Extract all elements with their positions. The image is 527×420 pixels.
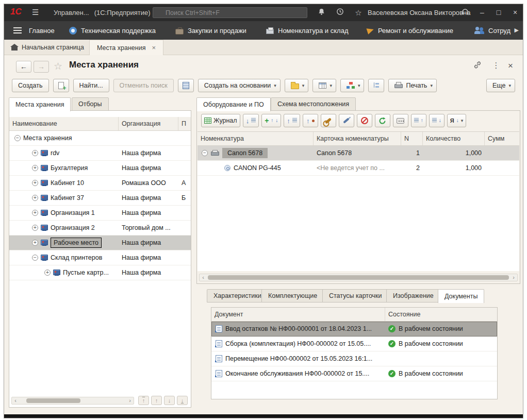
more-menu-dots-icon[interactable]: ⋮ — [491, 61, 501, 70]
column-header-extra[interactable]: П — [178, 117, 191, 130]
current-user[interactable]: Васелевская Оксана Викторовна — [368, 9, 470, 16]
tree-row[interactable]: −Места хранения — [9, 131, 191, 146]
column-header-name[interactable]: Наименование — [9, 117, 119, 130]
equipment-horizontal-scrollbar[interactable]: ‹ › — [199, 274, 518, 281]
expander-icon[interactable]: − — [32, 255, 38, 261]
create-based-on-button[interactable]: Создать на основании▾ — [198, 79, 281, 92]
tree-row[interactable]: +Бухгалтерия Наша фирма — [9, 161, 191, 176]
transfer-return-button[interactable]: ↑ — [303, 114, 318, 127]
expander-icon[interactable]: + — [32, 195, 38, 201]
equipment-row-selected[interactable]: −Canon 5678 Canon 5678 1 1,000 — [197, 146, 519, 161]
menu-item-nomenclature[interactable]: Номенклатура и склад — [266, 21, 348, 40]
column-header-org[interactable]: Организация — [119, 117, 178, 130]
tab-storage-list[interactable]: Места хранения — [9, 97, 71, 111]
scrollbar-thumb[interactable] — [208, 275, 509, 280]
tab-documents[interactable]: Документы — [438, 289, 484, 303]
menu-overflow-arrow[interactable]: ▶ — [515, 27, 519, 33]
tab-card-statuses[interactable]: Статусы карточки — [322, 289, 389, 303]
close-tab-icon[interactable]: × — [152, 44, 156, 52]
support-headset-icon[interactable] — [460, 8, 470, 18]
tree-row-selected[interactable]: +Рабочее место Наша фирма — [9, 236, 191, 250]
card-info-button[interactable] — [393, 114, 408, 127]
column-header-nomenclature[interactable]: Номенклатура — [197, 132, 314, 145]
favorites-star-icon[interactable]: ☆ — [353, 8, 364, 18]
expander-icon[interactable]: − — [202, 150, 208, 156]
expander-icon[interactable]: − — [14, 135, 21, 141]
move-down-button[interactable]: ↓ — [164, 396, 175, 405]
expander-icon[interactable]: + — [32, 150, 38, 156]
column-header-qty[interactable]: Количество — [423, 132, 485, 145]
pick-items-button[interactable]: ↓ — [243, 114, 259, 127]
horizontal-scrollbar[interactable]: ‹ › — [11, 397, 134, 405]
menu-item-purchases[interactable]: Закупки и продажи — [175, 21, 246, 40]
more-button[interactable]: Еще▾ — [486, 79, 515, 92]
tab-storage-places[interactable]: Места хранения× — [89, 40, 163, 55]
add-from-list-button[interactable]: +↑↓ — [261, 114, 281, 127]
tree-row[interactable]: +Пустые картр... Наша фирма — [9, 265, 191, 280]
reports-dropdown[interactable]: ▾ — [340, 79, 365, 92]
expander-icon[interactable]: + — [32, 240, 38, 246]
repair-button[interactable] — [321, 114, 336, 127]
expander-icon[interactable]: + — [32, 210, 38, 216]
move-to-bottom-button[interactable]: ↓ — [177, 396, 188, 405]
history-clock-icon[interactable] — [335, 8, 345, 18]
move-to-top-button[interactable]: ↑ — [138, 396, 149, 405]
back-button[interactable]: ← — [16, 61, 31, 73]
tree-row[interactable]: +rdv Наша фирма — [9, 146, 191, 161]
expander-icon[interactable]: + — [32, 180, 38, 186]
scroll-right-arrow[interactable]: › — [510, 274, 517, 281]
column-header-card[interactable]: Карточка номенклатуры — [314, 132, 401, 145]
create-group-button[interactable] — [53, 79, 69, 92]
hierarchy-view-button[interactable] — [368, 79, 384, 92]
list-view-dropdown[interactable]: ▾ — [312, 79, 336, 92]
minimize-button[interactable]: – — [474, 4, 490, 21]
tab-location-scheme[interactable]: Схема местоположения — [271, 97, 356, 111]
tree-row[interactable]: −Склад принтеров Наша фирма — [9, 250, 191, 265]
print-button[interactable]: Печать▾ — [388, 79, 436, 92]
expander-icon[interactable]: + — [32, 225, 38, 231]
create-button[interactable]: Создать — [12, 79, 49, 92]
column-header-status[interactable]: Состояние — [385, 308, 497, 321]
group-actions-dropdown[interactable]: ▾ — [285, 79, 309, 92]
close-window-button[interactable]: × — [507, 4, 523, 21]
document-row[interactable]: Окончание обслуживания НФ00-000002 от 15… — [211, 366, 497, 381]
tab-filters[interactable]: Отборы — [72, 97, 109, 111]
notifications-bell-icon[interactable] — [316, 8, 326, 18]
decommission-button[interactable] — [357, 114, 372, 127]
tab-equipment[interactable]: Оборудование и ПО — [196, 97, 271, 111]
scrollbar-thumb[interactable] — [26, 398, 80, 403]
sections-panel-icon[interactable] — [13, 21, 22, 40]
journal-button[interactable]: Журнал — [201, 114, 240, 127]
maximize-button[interactable]: □ — [491, 4, 506, 21]
document-row-selected[interactable]: Ввод остатков № НФ00-000001 от 18.04.202… — [211, 322, 497, 337]
column-header-sum[interactable]: Сумм — [485, 132, 519, 145]
main-menu-icon[interactable]: ☰ — [32, 8, 39, 17]
tree-row[interactable]: +Организация 1 Наша фирма — [9, 206, 191, 221]
expander-icon[interactable]: + — [32, 165, 38, 171]
tab-characteristics[interactable]: Характеристики — [207, 289, 268, 303]
scroll-left-arrow[interactable]: ‹ — [200, 274, 207, 281]
expander-icon[interactable]: + — [44, 270, 51, 276]
sort-asc-button[interactable]: ↑ — [411, 114, 426, 127]
tree-row[interactable]: +Кабинет 37 Наша фирма Б — [9, 191, 191, 206]
column-header-document[interactable]: Документ — [211, 308, 385, 321]
menu-item-repair[interactable]: Ремонт и обслуживание — [367, 21, 453, 40]
cancel-search-button[interactable]: Отменить поиск — [113, 79, 174, 92]
document-row[interactable]: Сборка (комплектация) НФ00-000002 от 15.… — [211, 337, 497, 351]
close-form-icon[interactable]: × — [505, 61, 516, 71]
scroll-right-arrow[interactable]: › — [126, 397, 134, 404]
menu-item-employees[interactable]: Сотруд — [474, 21, 510, 40]
refresh-button[interactable] — [375, 114, 390, 127]
sort-alpha-dropdown[interactable]: Я↓▾ — [447, 114, 466, 127]
list-settings-button[interactable] — [178, 79, 194, 92]
sort-desc-button[interactable]: ↓ — [429, 114, 444, 127]
tree-row[interactable]: +Организация 2 Торговый дом ... — [9, 221, 191, 236]
tree-row[interactable]: +Кабинет 10 Ромашка ООО А — [9, 176, 191, 191]
equipment-row[interactable]: CANON PG-445 <Не ведется учет по ... 2 1… — [197, 161, 519, 176]
get-link-icon[interactable] — [472, 61, 483, 71]
tab-components[interactable]: Комплектующие — [261, 289, 324, 303]
transfer-button[interactable]: ↑ — [284, 114, 300, 127]
scroll-left-arrow[interactable]: ‹ — [12, 397, 19, 404]
menu-item-support[interactable]: Техническая поддержка — [69, 21, 156, 40]
forward-button[interactable]: → — [34, 61, 49, 73]
